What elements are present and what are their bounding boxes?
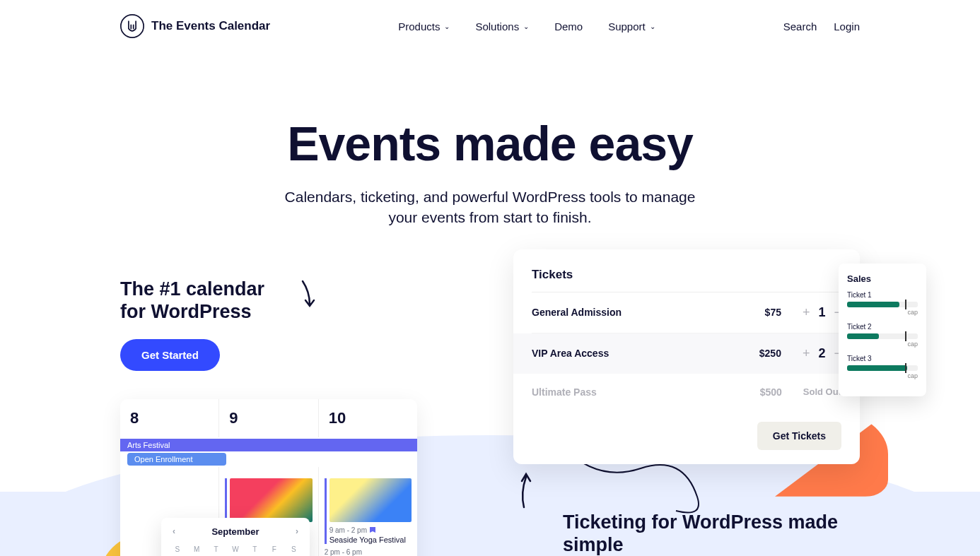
ticket-price: $250	[739, 348, 781, 359]
sales-bar-fill	[847, 365, 907, 371]
ticket-name: General Admission	[532, 307, 739, 318]
login-link[interactable]: Login	[834, 20, 860, 32]
mini-weekday: W	[226, 543, 244, 556]
qty-value: 1	[818, 305, 825, 320]
event-time: 2 pm - 6 pm	[325, 548, 412, 556]
mini-weekday: F	[265, 543, 283, 556]
ticket-price: $75	[739, 307, 781, 318]
calendar-feature: The #1 calendar for WordPress Get Starte…	[120, 278, 424, 556]
mini-weekday: S	[168, 543, 186, 556]
nav-solutions[interactable]: Solutions⌄	[475, 20, 529, 32]
tickets-feature: Tickets General Admission $75 + 1 − VIP …	[513, 249, 860, 464]
qty-plus-button[interactable]: +	[803, 346, 810, 361]
sales-item: Ticket 2cap	[847, 323, 918, 348]
rock-hand-icon	[120, 13, 144, 40]
event-name[interactable]: Seaside Yoga Festival	[329, 536, 412, 544]
ticket-row-vip: VIP Area Access $250 + 2 −	[513, 333, 860, 374]
ticket-name: VIP Area Access	[532, 348, 739, 359]
sales-bar-track	[847, 365, 918, 371]
sales-bar-track	[847, 302, 918, 307]
cap-marker	[905, 300, 906, 309]
event-time: 9 am - 2 pm	[329, 526, 412, 534]
cap-marker	[905, 363, 906, 373]
prev-month-button[interactable]: ‹	[173, 526, 175, 536]
day-col-10: 9 am - 2 pm Seaside Yoga Festival 2 pm -…	[319, 467, 417, 556]
sales-bar-track	[847, 333, 918, 339]
day-number: 9	[225, 406, 312, 430]
chevron-down-icon: ⌄	[650, 23, 655, 30]
calendar-heading: The #1 calendar for WordPress	[120, 278, 290, 324]
bookmark-icon	[370, 527, 375, 534]
cap-label: cap	[847, 372, 918, 379]
event-image	[329, 478, 412, 522]
chevron-down-icon: ⌄	[444, 23, 450, 30]
cap-label: cap	[847, 341, 918, 348]
next-month-button[interactable]: ›	[296, 526, 298, 536]
qty-plus-button[interactable]: +	[803, 305, 810, 320]
tickets-title: Tickets	[532, 268, 841, 292]
logo[interactable]: The Events Calendar	[120, 13, 270, 40]
chevron-down-icon: ⌄	[523, 23, 529, 30]
search-link[interactable]: Search	[783, 20, 817, 32]
brand-name: The Events Calendar	[151, 19, 270, 33]
sold-out-label: Sold Out	[803, 386, 841, 397]
feature-sections: The #1 calendar for WordPress Get Starte…	[0, 249, 980, 556]
sales-label: Ticket 1	[847, 291, 918, 299]
event-image	[230, 478, 312, 522]
sales-popup: Sales Ticket 1capTicket 2capTicket 3cap	[839, 264, 926, 396]
get-tickets-button[interactable]: Get Tickets	[757, 422, 841, 450]
calendar-preview-card: 8 9 10 Arts Festival Open Enrollment 9 a…	[120, 399, 417, 556]
tickets-card: Tickets General Admission $75 + 1 − VIP …	[513, 249, 860, 464]
ticket-price: $500	[740, 386, 782, 398]
svg-point-0	[121, 15, 144, 37]
ticket-row-ultimate: Ultimate Pass $500 Sold Out	[532, 374, 841, 410]
mini-calendar-grid: SMTWTFS123456789101112131415161718192021	[168, 543, 303, 556]
ticket-name: Ultimate Pass	[532, 386, 740, 398]
mini-calendar: ‹ September › SMTWTFS1234567891011121314…	[161, 518, 310, 556]
sales-bar-fill	[847, 302, 899, 307]
mini-weekday: M	[187, 543, 205, 556]
sales-item: Ticket 3cap	[847, 355, 918, 379]
mini-weekday: S	[285, 543, 303, 556]
site-header: The Events Calendar Products⌄ Solutions⌄…	[0, 0, 980, 52]
sales-title: Sales	[847, 273, 918, 284]
main-nav: Products⌄ Solutions⌄ Demo Support⌄	[398, 20, 655, 32]
hero-title: Events made easy	[14, 116, 966, 171]
nav-products[interactable]: Products⌄	[398, 20, 450, 32]
mini-weekday: T	[246, 543, 264, 556]
arrow-down-icon	[297, 278, 318, 313]
cap-marker	[905, 331, 906, 341]
ticket-row-general: General Admission $75 + 1 −	[532, 292, 841, 333]
qty-value: 2	[818, 346, 825, 361]
day-number: 10	[325, 406, 412, 430]
get-started-button[interactable]: Get Started	[120, 339, 220, 371]
event-bar-open-enrollment[interactable]: Open Enrollment	[127, 453, 226, 466]
mini-weekday: T	[207, 543, 225, 556]
event-bar-arts-festival[interactable]: Arts Festival	[120, 439, 417, 451]
sales-item: Ticket 1cap	[847, 291, 918, 316]
cap-label: cap	[847, 309, 918, 316]
header-right: Search Login	[783, 20, 860, 32]
hero: Events made easy Calendars, ticketing, a…	[0, 52, 980, 249]
arrow-up-icon	[513, 468, 535, 511]
ticketing-heading-wrap: Ticketing for WordPress made simple	[563, 511, 860, 556]
sales-label: Ticket 2	[847, 323, 918, 331]
calendar-day-headers: 8 9 10	[120, 399, 417, 437]
ticketing-heading: Ticketing for WordPress made simple	[563, 511, 860, 556]
day-number: 8	[126, 406, 213, 430]
sales-bar-fill	[847, 333, 879, 339]
nav-support[interactable]: Support⌄	[608, 20, 655, 32]
sales-label: Ticket 3	[847, 355, 918, 362]
nav-demo[interactable]: Demo	[554, 20, 583, 32]
hero-subtitle: Calendars, ticketing, and powerful WordP…	[271, 187, 709, 228]
mini-month-label: September	[211, 526, 259, 537]
